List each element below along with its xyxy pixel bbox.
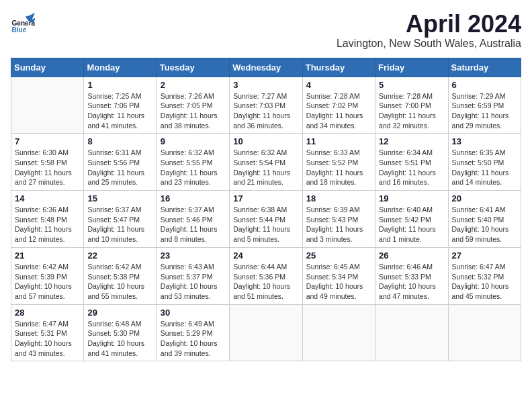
day-info: Sunrise: 6:43 AMSunset: 5:37 PMDaylight:… [161,262,226,302]
day-number: 3 [233,80,298,90]
day-number: 10 [233,136,298,146]
day-info: Sunrise: 6:47 AMSunset: 5:31 PMDaylight:… [15,319,80,359]
day-info: Sunrise: 6:37 AMSunset: 5:46 PMDaylight:… [161,205,226,244]
day-info: Sunrise: 6:37 AMSunset: 5:47 PMDaylight:… [87,205,152,244]
day-number: 30 [161,308,226,318]
calendar-cell: 8Sunrise: 6:31 AMSunset: 5:56 PMDaylight… [84,134,157,191]
header-saturday: Saturday [448,58,521,77]
calendar-cell: 14Sunrise: 6:36 AMSunset: 5:48 PMDayligh… [11,191,84,248]
day-info: Sunrise: 6:38 AMSunset: 5:44 PMDaylight:… [233,205,298,244]
day-number: 7 [15,136,80,146]
location-title: Lavington, New South Wales, Australia [337,38,521,50]
day-number: 5 [379,80,444,90]
day-info: Sunrise: 6:34 AMSunset: 5:51 PMDaylight:… [379,148,444,187]
day-info: Sunrise: 6:49 AMSunset: 5:29 PMDaylight:… [161,319,226,359]
day-info: Sunrise: 6:32 AMSunset: 5:55 PMDaylight:… [161,148,226,187]
calendar-cell: 19Sunrise: 6:40 AMSunset: 5:42 PMDayligh… [375,191,448,248]
svg-text:Blue: Blue [11,26,26,34]
calendar-cell: 9Sunrise: 6:32 AMSunset: 5:55 PMDaylight… [157,134,229,191]
day-info: Sunrise: 7:27 AMSunset: 7:03 PMDaylight:… [233,91,298,131]
calendar-cell [230,304,302,361]
day-info: Sunrise: 7:29 AMSunset: 6:59 PMDaylight:… [452,91,517,131]
day-number: 12 [379,136,444,146]
day-info: Sunrise: 6:35 AMSunset: 5:50 PMDaylight:… [452,148,517,187]
calendar-cell: 5Sunrise: 7:28 AMSunset: 7:00 PMDaylight… [375,77,448,134]
month-title: April 2024 [337,11,521,38]
day-info: Sunrise: 6:46 AMSunset: 5:33 PMDaylight:… [379,262,444,302]
day-number: 6 [452,80,517,90]
day-info: Sunrise: 6:33 AMSunset: 5:52 PMDaylight:… [306,148,371,187]
day-info: Sunrise: 6:41 AMSunset: 5:40 PMDaylight:… [452,205,517,244]
day-info: Sunrise: 6:47 AMSunset: 5:32 PMDaylight:… [452,262,517,302]
calendar-cell: 1Sunrise: 7:25 AMSunset: 7:06 PMDaylight… [84,77,157,134]
calendar-week-row: 1Sunrise: 7:25 AMSunset: 7:06 PMDaylight… [11,77,521,134]
day-number: 9 [161,136,226,146]
day-info: Sunrise: 6:45 AMSunset: 5:34 PMDaylight:… [306,262,371,302]
day-number: 26 [379,250,444,261]
calendar-cell: 27Sunrise: 6:47 AMSunset: 5:32 PMDayligh… [448,247,521,304]
calendar-cell: 29Sunrise: 6:48 AMSunset: 5:30 PMDayligh… [84,304,157,361]
day-number: 1 [87,80,152,90]
day-number: 8 [87,136,152,146]
calendar-cell: 6Sunrise: 7:29 AMSunset: 6:59 PMDaylight… [448,77,521,134]
day-info: Sunrise: 6:44 AMSunset: 5:36 PMDaylight:… [233,262,298,302]
calendar-week-row: 14Sunrise: 6:36 AMSunset: 5:48 PMDayligh… [11,191,521,248]
logo: General Blue [11,11,35,35]
day-info: Sunrise: 6:30 AMSunset: 5:58 PMDaylight:… [15,148,80,187]
header-monday: Monday [84,58,157,77]
day-number: 24 [233,250,298,261]
page-header: General Blue April 2024 Lavington, New S… [11,11,521,50]
calendar-cell: 20Sunrise: 6:41 AMSunset: 5:40 PMDayligh… [448,191,521,248]
calendar-cell: 30Sunrise: 6:49 AMSunset: 5:29 PMDayligh… [157,304,229,361]
day-info: Sunrise: 7:26 AMSunset: 7:05 PMDaylight:… [161,91,226,131]
title-block: April 2024 Lavington, New South Wales, A… [337,11,521,50]
day-info: Sunrise: 6:42 AMSunset: 5:39 PMDaylight:… [15,262,80,302]
day-number: 18 [306,193,371,203]
calendar-week-row: 7Sunrise: 6:30 AMSunset: 5:58 PMDaylight… [11,134,521,191]
calendar-cell [11,77,84,134]
header-friday: Friday [375,58,448,77]
day-number: 17 [233,193,298,203]
calendar-cell: 15Sunrise: 6:37 AMSunset: 5:47 PMDayligh… [84,191,157,248]
calendar-week-row: 28Sunrise: 6:47 AMSunset: 5:31 PMDayligh… [11,304,521,361]
day-number: 29 [87,308,152,318]
calendar-cell: 24Sunrise: 6:44 AMSunset: 5:36 PMDayligh… [230,247,302,304]
calendar-cell: 23Sunrise: 6:43 AMSunset: 5:37 PMDayligh… [157,247,229,304]
header-wednesday: Wednesday [230,58,302,77]
day-info: Sunrise: 6:42 AMSunset: 5:38 PMDaylight:… [87,262,152,302]
calendar-cell: 13Sunrise: 6:35 AMSunset: 5:50 PMDayligh… [448,134,521,191]
day-info: Sunrise: 6:48 AMSunset: 5:30 PMDaylight:… [87,319,152,359]
day-number: 21 [15,250,80,261]
calendar-cell: 16Sunrise: 6:37 AMSunset: 5:46 PMDayligh… [157,191,229,248]
calendar-week-row: 21Sunrise: 6:42 AMSunset: 5:39 PMDayligh… [11,247,521,304]
calendar-cell: 4Sunrise: 7:28 AMSunset: 7:02 PMDaylight… [302,77,375,134]
calendar-cell [302,304,375,361]
logo-bird-icon: General Blue [11,11,35,35]
calendar-cell: 11Sunrise: 6:33 AMSunset: 5:52 PMDayligh… [302,134,375,191]
day-number: 19 [379,193,444,203]
calendar-table: SundayMondayTuesdayWednesdayThursdayFrid… [11,58,521,362]
header-sunday: Sunday [11,58,84,77]
calendar-cell: 3Sunrise: 7:27 AMSunset: 7:03 PMDaylight… [230,77,302,134]
calendar-cell: 10Sunrise: 6:32 AMSunset: 5:54 PMDayligh… [230,134,302,191]
calendar-cell: 18Sunrise: 6:39 AMSunset: 5:43 PMDayligh… [302,191,375,248]
day-info: Sunrise: 6:32 AMSunset: 5:54 PMDaylight:… [233,148,298,187]
day-info: Sunrise: 6:40 AMSunset: 5:42 PMDaylight:… [379,205,444,244]
day-info: Sunrise: 7:28 AMSunset: 7:00 PMDaylight:… [379,91,444,131]
day-info: Sunrise: 6:31 AMSunset: 5:56 PMDaylight:… [87,148,152,187]
day-number: 27 [452,250,517,261]
day-number: 2 [161,80,226,90]
calendar-cell: 21Sunrise: 6:42 AMSunset: 5:39 PMDayligh… [11,247,84,304]
day-info: Sunrise: 7:25 AMSunset: 7:06 PMDaylight:… [87,91,152,131]
header-thursday: Thursday [302,58,375,77]
calendar-cell: 2Sunrise: 7:26 AMSunset: 7:05 PMDaylight… [157,77,229,134]
day-info: Sunrise: 7:28 AMSunset: 7:02 PMDaylight:… [306,91,371,131]
calendar-cell: 22Sunrise: 6:42 AMSunset: 5:38 PMDayligh… [84,247,157,304]
header-tuesday: Tuesday [157,58,229,77]
day-number: 23 [161,250,226,261]
day-number: 16 [161,193,226,203]
day-number: 13 [452,136,517,146]
day-number: 28 [15,308,80,318]
day-info: Sunrise: 6:39 AMSunset: 5:43 PMDaylight:… [306,205,371,244]
day-number: 22 [87,250,152,261]
